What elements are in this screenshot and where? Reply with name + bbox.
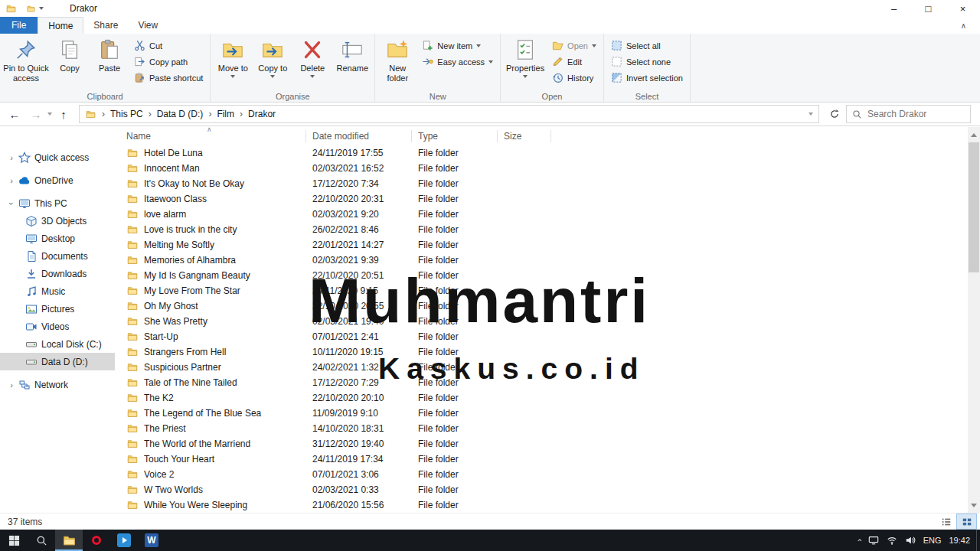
file-row[interactable]: Itaewoon Class 22/10/2020 20:31 File fol…	[115, 191, 968, 207]
up-button[interactable]: ↑	[54, 104, 74, 124]
new-item-button[interactable]: New item	[417, 37, 498, 54]
tab-share[interactable]: Share	[83, 17, 128, 34]
tab-view[interactable]: View	[128, 17, 168, 34]
rename-button[interactable]: Rename	[332, 35, 372, 90]
taskbar-word-button[interactable]: W	[138, 530, 165, 551]
file-row[interactable]: Hotel De Luna 24/11/2019 17:55 File fold…	[115, 145, 968, 161]
minimize-button[interactable]: –	[877, 0, 911, 17]
refresh-button[interactable]	[825, 104, 844, 124]
cut-button[interactable]: Cut	[129, 37, 207, 54]
file-row[interactable]: The World of the Marriend 31/12/2020 19:…	[115, 436, 968, 452]
file-row[interactable]: Innocent Man 02/03/2021 16:52 File folde…	[115, 161, 968, 176]
taskbar-file-explorer-button[interactable]	[55, 530, 83, 551]
file-row[interactable]: Strangers From Hell 10/11/2020 19:15 Fil…	[115, 344, 968, 360]
sidebar-item[interactable]: › 3D Objects	[0, 212, 115, 230]
column-header-date-modified[interactable]: Date modified	[306, 127, 412, 145]
collapse-ribbon-icon[interactable]: ∧	[961, 21, 966, 30]
chevron-icon[interactable]: ›	[6, 380, 17, 390]
file-row[interactable]: While You Were Sleeping 21/06/2020 15:56…	[115, 497, 968, 513]
sidebar-item[interactable]: › Desktop	[0, 230, 115, 247]
sidebar-item[interactable]: › This PC	[0, 194, 115, 212]
file-row[interactable]: Love is truck in the city 26/02/2021 8:4…	[115, 222, 968, 237]
delete-button[interactable]: Delete	[292, 35, 332, 90]
display-icon[interactable]	[868, 535, 879, 546]
file-row[interactable]: Suspicious Partner 24/02/2021 1:32 File …	[115, 360, 968, 375]
language-indicator[interactable]: ENG	[923, 536, 942, 545]
pin-to-quick-access-button[interactable]: Pin to Quick access	[2, 35, 50, 90]
back-button[interactable]: ←	[5, 104, 24, 124]
file-row[interactable]: love alarm 02/03/2021 9:20 File folder	[115, 207, 968, 222]
file-row[interactable]: Tale of The Nine Tailed 17/12/2020 7:29 …	[115, 375, 968, 390]
recent-locations-dropdown-icon[interactable]	[47, 112, 52, 116]
sidebar-item[interactable]: › Local Disk (C:)	[0, 335, 115, 353]
breadcrumb-item[interactable]: › This PC	[96, 109, 143, 119]
close-button[interactable]: ×	[946, 0, 980, 17]
file-row[interactable]: Oh My Ghost 22/10/2020 20:55 File folder	[115, 298, 968, 314]
chevron-icon[interactable]: ›	[6, 176, 17, 185]
sidebar-item[interactable]: › Music	[0, 282, 115, 300]
file-row[interactable]: Start-Up 07/01/2021 2:41 File folder	[115, 329, 968, 344]
sidebar-item[interactable]: › Pictures	[0, 300, 115, 318]
address-dropdown-icon[interactable]	[808, 112, 813, 116]
taskbar-movies-tv-button[interactable]	[110, 530, 138, 551]
properties-button[interactable]: Properties	[503, 35, 547, 90]
sidebar-item[interactable]: › Quick access	[0, 148, 115, 166]
column-header-size[interactable]: Size	[498, 127, 551, 145]
sidebar-item[interactable]: › Network	[0, 376, 115, 393]
qat-customize-icon[interactable]	[39, 7, 44, 10]
file-row[interactable]: The Legend of The Blue Sea 11/09/2019 9:…	[115, 406, 968, 421]
forward-button[interactable]: →	[26, 104, 46, 124]
copy-button[interactable]: Copy	[50, 35, 90, 90]
file-row[interactable]: It's Okay to Not Be Okay 17/12/2020 7:34…	[115, 176, 968, 191]
taskbar-opera-button[interactable]	[83, 530, 110, 551]
copy-to-button[interactable]: Copy to	[253, 35, 292, 90]
move-to-button[interactable]: Move to	[213, 35, 253, 90]
maximize-button[interactable]: □	[911, 0, 946, 17]
sidebar-item[interactable]: › OneDrive	[0, 171, 115, 189]
file-row[interactable]: The K2 22/10/2020 20:10 File folder	[115, 390, 968, 406]
breadcrumb[interactable]: › This PC › Data D (D:) › Film › Drakor	[79, 105, 819, 123]
invert-selection-button[interactable]: Invert selection	[606, 70, 688, 86]
scroll-down-arrow[interactable]	[968, 499, 980, 511]
copy-path-button[interactable]: Copy path	[129, 54, 207, 70]
show-desktop-button[interactable]	[976, 530, 980, 551]
taskbar-search-button[interactable]	[28, 530, 55, 551]
file-row[interactable]: The Priest 14/10/2020 18:31 File folder	[115, 421, 968, 436]
tab-file[interactable]: File	[0, 17, 38, 34]
scroll-up-arrow[interactable]	[968, 129, 980, 141]
wifi-icon[interactable]	[887, 535, 897, 546]
vertical-scrollbar[interactable]	[968, 127, 980, 513]
start-button[interactable]	[0, 530, 28, 551]
tab-home[interactable]: Home	[38, 17, 83, 34]
history-button[interactable]: History	[547, 70, 601, 86]
file-row[interactable]: Touch Your Heart 24/11/2019 17:34 File f…	[115, 452, 968, 467]
file-row[interactable]: Melting Me Softly 22/01/2021 14:27 File …	[115, 237, 968, 253]
tray-overflow-icon[interactable]: ›	[854, 539, 864, 542]
new-folder-button[interactable]: New folder	[377, 35, 417, 90]
chevron-icon[interactable]: ›	[6, 153, 17, 162]
sidebar-item[interactable]: › Videos	[0, 318, 115, 335]
clock[interactable]: 19:42	[949, 536, 970, 545]
breadcrumb-item[interactable]: › Drakor	[234, 109, 276, 119]
file-row[interactable]: She Was Pretty 02/03/2021 19:40 File fol…	[115, 314, 968, 329]
paste-shortcut-button[interactable]: Paste shortcut	[129, 70, 207, 86]
easy-access-button[interactable]: Easy access	[417, 54, 498, 70]
file-row[interactable]: My Love From The Star 24/11/2020 9:15 Fi…	[115, 283, 968, 298]
column-header-name[interactable]: Name ∧	[115, 127, 306, 145]
select-all-button[interactable]: Select all	[606, 37, 688, 54]
qat-folder-icon[interactable]	[26, 5, 36, 13]
sidebar-item[interactable]: › Downloads	[0, 265, 115, 282]
scrollbar-thumb[interactable]	[969, 142, 979, 272]
file-row[interactable]: W Two Worlds 02/03/2021 0:33 File folder	[115, 482, 968, 497]
breadcrumb-item[interactable]: › Data D (D:)	[143, 109, 204, 119]
sidebar-item[interactable]: › Data D (D:)	[0, 353, 115, 370]
file-row[interactable]: Memories of Alhambra 02/03/2021 9:39 Fil…	[115, 253, 968, 268]
open-button[interactable]: Open	[547, 37, 601, 54]
select-none-button[interactable]: Select none	[606, 54, 688, 70]
chevron-icon[interactable]: ›	[7, 198, 16, 209]
paste-button[interactable]: Paste	[90, 35, 129, 90]
file-row[interactable]: My Id Is Gangnam Beauty 22/10/2020 20:51…	[115, 268, 968, 283]
column-header-type[interactable]: Type	[412, 127, 498, 145]
sidebar-item[interactable]: › Documents	[0, 247, 115, 265]
edit-button[interactable]: Edit	[547, 54, 601, 70]
